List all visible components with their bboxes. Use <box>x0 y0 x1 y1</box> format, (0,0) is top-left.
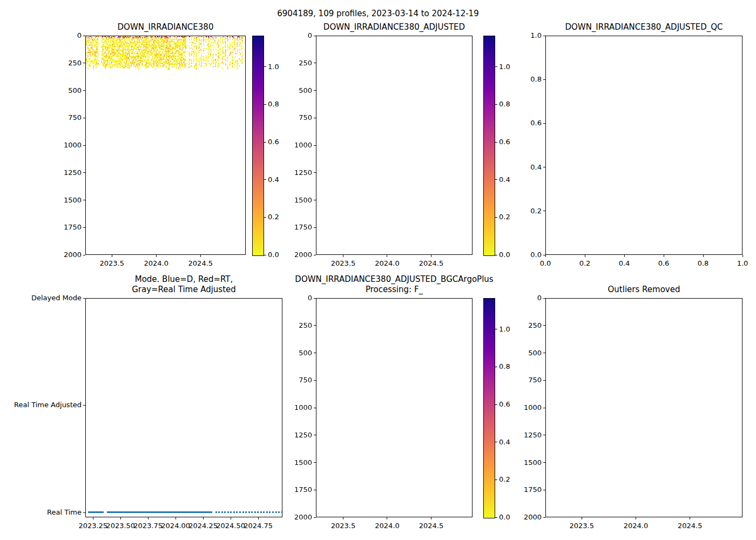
colorbar-tick-mark <box>495 66 497 67</box>
y-tick-mark <box>314 200 316 200</box>
x-tick-mark <box>120 517 121 519</box>
x-tick-mark <box>148 517 148 519</box>
x-tick-mark <box>200 255 201 257</box>
x-tick-label: 2024.5 <box>407 521 455 531</box>
y-tick-mark <box>314 408 316 408</box>
y-tick-label: 0 <box>231 31 312 40</box>
y-tick-label: 750 <box>1 113 82 123</box>
x-tick-label: 2023.5 <box>87 259 136 268</box>
y-tick-label: 1500 <box>461 458 542 468</box>
x-tick-mark <box>343 255 343 257</box>
colorbar-tick-label: 0.4 <box>499 175 521 185</box>
x-tick-label: 2024.0 <box>611 521 660 531</box>
colorbar-tick-mark <box>495 367 497 367</box>
colorbar-tick-label: 0.8 <box>499 99 521 109</box>
x-tick-label: 2023.5 <box>557 521 606 531</box>
y-tick-mark <box>83 200 85 200</box>
y-tick-label: 2000 <box>231 250 312 260</box>
y-tick-label: 1000 <box>461 403 542 413</box>
colorbar-tick-label: 0.2 <box>499 475 521 484</box>
figure-title: 6904189, 109 profiles, 2023-03-14 to 202… <box>0 9 756 19</box>
colorbar-tick-label: 0.2 <box>268 212 289 222</box>
y-tick-label: 1500 <box>231 195 312 205</box>
y-tick-mark <box>83 298 85 299</box>
y-tick-mark <box>543 298 545 299</box>
x-tick-label: 2024.0 <box>132 259 180 268</box>
colorbar-tick-mark <box>264 217 266 218</box>
y-tick-label: 2000 <box>231 512 312 522</box>
x-tick-mark <box>93 517 93 519</box>
y-tick-label: 250 <box>461 321 542 330</box>
y-tick-mark <box>314 118 316 118</box>
x-tick-label: 2024.5 <box>407 259 455 268</box>
x-tick-label: 1.0 <box>718 259 756 268</box>
x-tick-mark <box>582 517 582 519</box>
y-tick-label: 0 <box>461 293 542 303</box>
x-tick-mark <box>343 517 343 519</box>
y-tick-label: 0 <box>1 31 82 40</box>
y-tick-label: 1750 <box>231 485 312 495</box>
colorbar-down-irradiance380-adjusted <box>483 36 495 256</box>
y-tick-label: 500 <box>1 86 82 96</box>
x-tick-mark <box>176 517 176 519</box>
x-tick-mark <box>112 255 112 257</box>
x-tick-mark <box>203 517 204 519</box>
y-tick-mark <box>314 255 316 255</box>
y-tick-label: 1000 <box>231 403 312 413</box>
y-tick-mark <box>314 490 316 490</box>
x-tick-mark <box>742 255 743 257</box>
colorbar-tick-mark <box>264 179 266 180</box>
y-tick-mark <box>543 325 545 326</box>
y-tick-label: 500 <box>231 86 312 96</box>
y-tick-mark <box>83 118 85 118</box>
y-tick-label: 750 <box>231 113 312 123</box>
y-tick-label: 0.0 <box>461 250 542 260</box>
y-tick-mark <box>543 255 545 255</box>
y-tick-label: 1500 <box>1 195 82 205</box>
y-tick-mark <box>314 435 316 435</box>
x-tick-mark <box>585 255 585 257</box>
y-tick-label: Real Time <box>0 508 82 517</box>
y-tick-label: 250 <box>1 58 82 68</box>
x-tick-mark <box>545 255 546 257</box>
y-tick-label: Real Time Adjusted <box>0 400 82 410</box>
y-tick-label: 750 <box>231 375 312 385</box>
x-tick-label: 2023.5 <box>319 259 368 268</box>
y-tick-mark <box>83 172 85 173</box>
colorbar-tick-mark <box>495 442 497 442</box>
y-tick-label: 1000 <box>1 140 82 150</box>
colorbar-tick-mark <box>264 104 266 105</box>
y-tick-label: 0 <box>231 293 312 303</box>
down-irradiance380-heatmap-canvas <box>86 36 245 254</box>
colorbar-tick-label: 1.0 <box>499 62 521 72</box>
y-tick-label: 1250 <box>231 430 312 440</box>
y-tick-label: 1.0 <box>461 31 542 40</box>
y-tick-mark <box>543 462 545 463</box>
y-tick-label: 2000 <box>461 512 542 522</box>
y-tick-label: 1250 <box>1 168 82 178</box>
colorbar-tick-label: 0.6 <box>499 137 521 147</box>
subplot-title-down-irradiance380-adjusted-bgcargoplus: DOWN_IRRADIANCE380_ADJUSTED_BGCArgoPlus … <box>254 274 535 295</box>
y-tick-mark <box>83 405 85 406</box>
y-tick-mark <box>543 490 545 490</box>
y-tick-label: 1250 <box>461 430 542 440</box>
x-tick-mark <box>624 255 625 257</box>
y-tick-label: 250 <box>231 58 312 68</box>
y-tick-mark <box>314 325 316 326</box>
y-tick-mark <box>314 227 316 228</box>
y-tick-label: 1750 <box>461 485 542 495</box>
x-tick-mark <box>431 255 431 257</box>
x-tick-label: 2024.5 <box>176 259 225 268</box>
x-tick-mark <box>387 517 387 519</box>
colorbar-tick-mark <box>495 179 497 180</box>
y-tick-label: 1000 <box>231 140 312 150</box>
y-tick-mark <box>543 167 545 167</box>
y-tick-mark <box>314 462 316 463</box>
y-tick-mark <box>314 145 316 146</box>
y-tick-mark <box>543 408 545 408</box>
x-tick-label: 2024.5 <box>666 521 714 531</box>
x-tick-mark <box>636 517 636 519</box>
y-tick-mark <box>314 172 316 173</box>
y-tick-label: 0.4 <box>461 163 542 172</box>
y-tick-label: 500 <box>231 348 312 358</box>
